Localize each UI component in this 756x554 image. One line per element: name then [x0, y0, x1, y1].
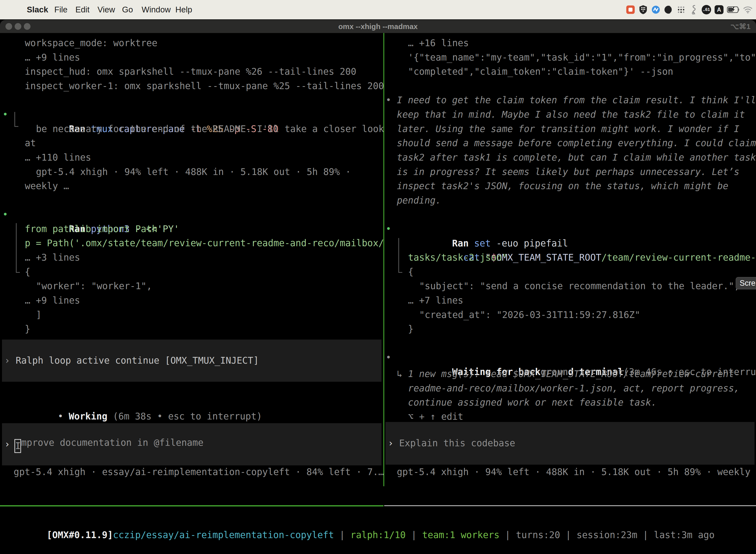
thinking-line: task2 after task1 is complete, but can I…: [397, 151, 756, 165]
output-line: weekly …: [25, 179, 69, 193]
badge-61-icon[interactable]: ..61: [702, 5, 711, 14]
squiggle-icon[interactable]: [689, 5, 698, 14]
omx-version: [OMX#0.11.9]: [47, 530, 113, 540]
screen-notification-label: Scre: [740, 279, 756, 287]
input-source-label: A: [717, 6, 721, 13]
menu-item-go[interactable]: Go: [122, 0, 133, 19]
active-pane-bottom-border: [0, 505, 383, 506]
menu-app-name[interactable]: Slack: [27, 0, 48, 19]
badge-61-label: ..61: [703, 7, 710, 12]
output-line: gpt-5.4 xhigh · 94% left · 488K in · 5.1…: [36, 165, 351, 179]
mailbox-msg-line: continue assigned work or next feasible …: [408, 395, 656, 410]
thinking-line: later. Using the same for transition mig…: [397, 122, 739, 136]
run-bullet-icon: •: [2, 208, 8, 222]
run-bullet-icon: •: [386, 222, 391, 236]
mailbox-msg-line: readme-and-reco/mailbox/worker-1.json, a…: [408, 381, 740, 396]
output-line: ]: [36, 308, 42, 322]
separator: |: [411, 530, 417, 540]
output-line: "subject": "send a concise recommendatio…: [419, 279, 740, 293]
chat-app-icon[interactable]: [626, 5, 635, 14]
thinking-line: inspect task2's JSON, focusing on the st…: [397, 179, 729, 193]
apple-menu-icon[interactable]: [10, 0, 23, 19]
ralph-loop-text: Ralph loop active continue [OMX_TMUX_INJ…: [16, 353, 259, 368]
log-line: '{"team_name":"my-team","task_id":"1","f…: [408, 50, 756, 65]
menu-item-view[interactable]: View: [98, 0, 115, 19]
code-line: p = Path('.omx/state/team/review-current…: [25, 236, 384, 251]
output-corner-bracket: [14, 112, 18, 127]
menu-item-help[interactable]: Help: [175, 0, 192, 19]
left-pane-hud[interactable]: workspace_mode: worktree … +9 lines insp…: [0, 33, 383, 486]
prompt-input-right[interactable]: › Explain this codebase: [385, 422, 755, 465]
model-status-line: gpt-5.4 xhigh · 94% left · 488K in · 5.1…: [397, 465, 756, 479]
menu-bar-status-icons: ..61 A: [626, 0, 753, 19]
thinking-line: pending.: [397, 193, 441, 208]
mailbox-msg-line: 1 new msg(s): read $OMX_TEAM_STATE_ROOT/…: [408, 367, 740, 381]
log-line: inspect_hud: omx sparkshell --tmux-pane …: [25, 64, 357, 79]
screen: Slack File Edit View Go Window Help: [0, 0, 756, 554]
crescent-app-icon[interactable]: [664, 5, 673, 14]
log-line: "completed","claim_token":"claim-token"}…: [408, 64, 673, 79]
omx-last-activity: last:3m ago: [654, 530, 714, 540]
env-var: OMX_TEAM_STATE_ROOT: [496, 252, 601, 263]
omx-ralph-counter: ralph:1/10: [351, 530, 406, 540]
output-line: {: [25, 265, 30, 279]
path-segment: /team/review-current-readme-and-reco/: [601, 252, 756, 263]
omx-team-workers: team:1 workers: [422, 530, 500, 540]
thinking-line: keep that in mind. Maybe I also need the…: [397, 107, 745, 122]
output-line: … +9 lines: [25, 293, 80, 308]
thinking-line: I need to get the claim token from the c…: [397, 93, 756, 107]
omx-status-line: [OMX#0.11.9]cczip/essay/ai-reimplementat…: [2, 513, 714, 554]
window-title: omx --xhigh --madmax: [0, 20, 756, 33]
ralph-loop-banner: › Ralph loop active continue [OMX_TMUX_I…: [2, 340, 381, 382]
prompt-chevron-icon: ›: [4, 437, 10, 451]
prompt-chevron-icon: ›: [388, 436, 393, 450]
code-line: from pathlib import Path: [25, 222, 158, 236]
separator: |: [505, 530, 510, 540]
window-shortcut: ⌥⌘1: [731, 20, 751, 33]
output-line: at: [25, 136, 36, 151]
sync-app-icon[interactable]: [651, 5, 660, 14]
status-bullet-icon: •: [58, 411, 63, 422]
separator: |: [566, 530, 571, 540]
working-meta: (6m 38s • esc to interrupt): [113, 411, 262, 422]
input-source-icon[interactable]: A: [714, 5, 724, 14]
menu-item-window[interactable]: Window: [142, 0, 171, 19]
prompt-input-left[interactable]: › Improve documentation in @filename: [2, 423, 381, 465]
dots-grid-icon[interactable]: [676, 5, 686, 14]
wifi-icon[interactable]: [743, 5, 753, 14]
log-line: inspect_worker-1: omx sparkshell --tmux-…: [25, 79, 384, 93]
right-pane-worker[interactable]: … +16 lines '{"team_name":"my-team","tas…: [384, 33, 756, 486]
menu-item-file[interactable]: File: [54, 0, 67, 19]
code-block-bracket: [16, 223, 20, 273]
thinking-bullet-icon: •: [386, 93, 391, 107]
log-line: workspace_mode: worktree: [25, 36, 158, 50]
window-title-bar[interactable]: omx --xhigh --madmax ⌥⌘1: [0, 20, 756, 33]
separator: |: [643, 530, 648, 540]
omx-repo: cczip/essay/ai-reimplementation-copyleft: [113, 530, 334, 540]
working-label: Working: [69, 411, 107, 422]
terminal-content: workspace_mode: worktree … +9 lines insp…: [0, 33, 756, 554]
run-bullet-icon: •: [2, 107, 8, 122]
menu-item-edit[interactable]: Edit: [75, 0, 89, 19]
code-block-bracket: [398, 238, 402, 273]
log-line: … +16 lines: [408, 36, 469, 50]
shield-grid-icon[interactable]: [638, 5, 648, 14]
mailbox-arrow-icon: ↳: [397, 367, 402, 381]
output-line: … +7 lines: [408, 293, 463, 308]
output-line: "created_at": "2026-03-31T11:59:27.816Z": [419, 308, 640, 322]
omx-session-time: session:23m: [577, 530, 637, 540]
thinking-line: should send a message before completing …: [397, 136, 756, 151]
battery-icon[interactable]: [727, 5, 740, 14]
output-line: }: [408, 322, 414, 336]
screen-notification-chip: Scre: [736, 277, 756, 289]
terminal-window: omx --xhigh --madmax ⌥⌘1 workspace_mode:…: [0, 20, 756, 554]
text-cursor: I: [14, 439, 21, 453]
input-placeholder: Explain this codebase: [399, 436, 515, 450]
separator: |: [339, 530, 345, 540]
output-line: "worker": "worker-1",: [36, 279, 152, 293]
omx-turns: turns:20: [516, 530, 560, 540]
output-line: … +3 lines: [25, 251, 80, 265]
output-line: {: [408, 265, 414, 279]
model-status-line: gpt-5.4 xhigh · essay/ai-reimplementatio…: [14, 465, 384, 479]
thinking-line: is in progress? It seems likely but perh…: [397, 165, 739, 179]
